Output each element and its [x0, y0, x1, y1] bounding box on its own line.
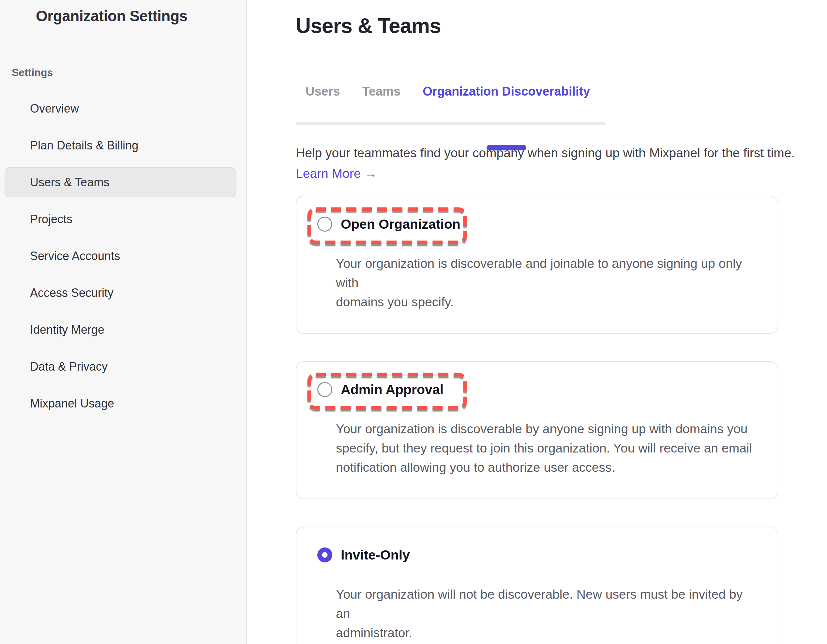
- option-card-admin-approval: Admin Approval Your organization is disc…: [296, 361, 779, 499]
- option-label-invite-only: Invite-Only: [341, 547, 410, 563]
- option-card-invite-only: Invite-Only Your organization will not b…: [296, 527, 779, 644]
- sidebar-item-mixpanel-usage[interactable]: Mixpanel Usage: [5, 389, 236, 419]
- option-description-open-organization: Your organization is discoverable and jo…: [336, 254, 755, 311]
- sidebar-item-data-privacy[interactable]: Data & Privacy: [5, 352, 236, 382]
- organization-settings-page: Organization Settings Settings Overview …: [0, 0, 827, 644]
- learn-more-link[interactable]: Learn More →: [296, 166, 377, 181]
- tab-bar: Users Teams Organization Discoverability: [296, 83, 605, 125]
- intro-text: Help your teammates find your company wh…: [296, 145, 827, 161]
- sidebar-item-service-accounts[interactable]: Service Accounts: [5, 241, 236, 271]
- sidebar-item-plan-details-billing[interactable]: Plan Details & Billing: [5, 130, 236, 161]
- option-label-admin-approval: Admin Approval: [341, 382, 443, 397]
- tab-teams[interactable]: Teams: [362, 83, 401, 122]
- page-title: Users & Teams: [296, 14, 827, 38]
- tab-users-label: Users: [306, 84, 340, 98]
- tab-teams-label: Teams: [362, 84, 401, 98]
- main-content: Users & Teams Users Teams Organization D…: [248, 0, 827, 644]
- sidebar-item-users-teams[interactable]: Users & Teams: [5, 167, 236, 197]
- sidebar-title: Organization Settings: [36, 7, 246, 25]
- sidebar-item-access-security[interactable]: Access Security: [5, 278, 236, 308]
- sidebar-nav: Overview Plan Details & Billing Users & …: [0, 94, 246, 419]
- sidebar-item-projects[interactable]: Projects: [5, 204, 236, 234]
- active-tab-indicator: [487, 145, 526, 150]
- sidebar-item-overview[interactable]: Overview: [5, 94, 236, 123]
- sidebar: Organization Settings Settings Overview …: [0, 0, 247, 644]
- option-head-invite-only: Invite-Only: [317, 547, 755, 563]
- radio-open-organization[interactable]: [317, 217, 332, 231]
- option-head-open-organization: Open Organization: [317, 216, 755, 232]
- tab-organization-discoverability[interactable]: Organization Discoverability: [423, 83, 590, 122]
- option-description-invite-only: Your organization will not be discoverab…: [336, 585, 755, 642]
- option-label-open-organization: Open Organization: [341, 217, 460, 232]
- sidebar-section-label: Settings: [12, 67, 246, 79]
- radio-invite-only[interactable]: [317, 547, 332, 563]
- radio-admin-approval[interactable]: [317, 382, 332, 397]
- option-description-admin-approval: Your organization is discoverable by any…: [336, 419, 755, 477]
- option-card-open-organization: Open Organization Your organization is d…: [296, 196, 779, 334]
- sidebar-item-identity-merge[interactable]: Identity Merge: [5, 315, 236, 345]
- tab-organization-discoverability-label: Organization Discoverability: [423, 84, 590, 98]
- option-head-admin-approval: Admin Approval: [317, 381, 755, 398]
- tab-users[interactable]: Users: [306, 83, 340, 122]
